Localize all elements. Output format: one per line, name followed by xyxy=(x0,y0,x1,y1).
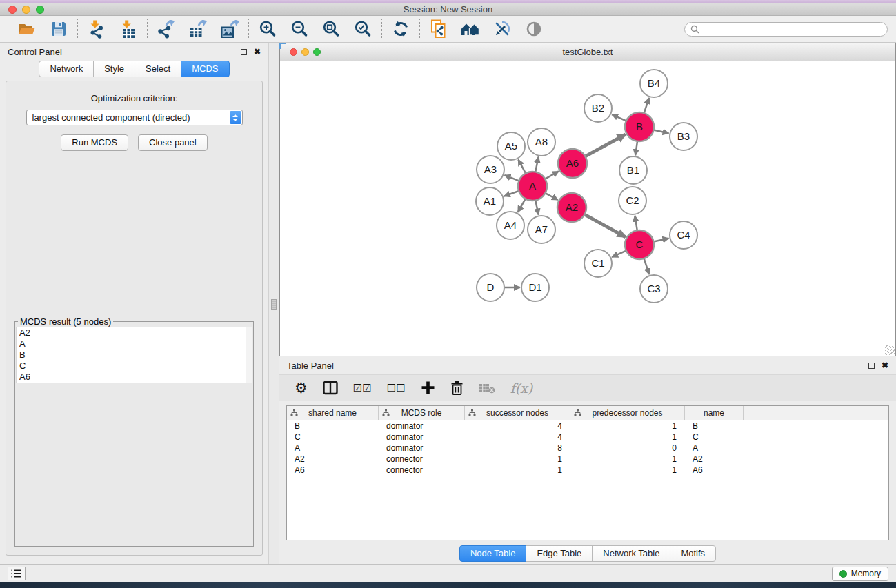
graph-node-C1[interactable]: C1 xyxy=(584,250,612,277)
delete-column-icon[interactable] xyxy=(450,378,464,398)
graph-node-C2[interactable]: C2 xyxy=(619,187,646,214)
graph-edge-B-B4[interactable] xyxy=(644,98,649,113)
network-minimize-button[interactable] xyxy=(301,48,309,56)
table-settings-gear-icon[interactable]: ⚙ xyxy=(295,378,308,398)
graph-node-B4[interactable]: B4 xyxy=(640,70,668,97)
column-header-shared-name[interactable]: shared name xyxy=(287,406,379,420)
search-box[interactable] xyxy=(684,22,888,37)
graph-node-C4[interactable]: C4 xyxy=(670,221,697,249)
export-network-icon[interactable] xyxy=(156,19,177,39)
table-row-b[interactable]: Bdominator41B xyxy=(287,420,888,432)
graph-edge-B-B2[interactable] xyxy=(612,114,626,121)
graph-node-B3[interactable]: B3 xyxy=(670,123,697,150)
table-cell[interactable]: C xyxy=(287,432,379,442)
graph-edge-B-B1[interactable] xyxy=(635,141,637,155)
run-mcds-button[interactable]: Run MCDS xyxy=(61,134,128,151)
graph-edge-A-A8[interactable] xyxy=(535,157,538,172)
table-tab-edge-table[interactable]: Edge Table xyxy=(526,545,593,562)
result-item-a2[interactable]: A2 xyxy=(17,327,252,338)
graph-node-A[interactable]: A xyxy=(518,172,547,201)
graph-node-A2[interactable]: A2 xyxy=(557,193,586,222)
search-input[interactable] xyxy=(703,23,882,34)
graph-node-A8[interactable]: A8 xyxy=(528,128,555,156)
network-window-titlebar[interactable]: testGlobe.txt xyxy=(280,43,895,61)
table-cell[interactable]: 4 xyxy=(465,421,570,431)
table-cell[interactable]: B xyxy=(287,421,379,431)
network-overview-icon[interactable] xyxy=(460,19,481,39)
table-cell[interactable]: 1 xyxy=(570,432,685,442)
zoom-window-button[interactable] xyxy=(36,6,44,14)
table-cell[interactable]: dominator xyxy=(379,443,465,453)
graph-edge-A-A6[interactable] xyxy=(545,171,559,179)
graph-node-A4[interactable]: A4 xyxy=(497,212,524,239)
table-cell[interactable]: connector xyxy=(379,465,465,475)
result-item-b[interactable]: B xyxy=(17,349,252,361)
select-all-columns-icon[interactable]: ☑☑ xyxy=(353,378,372,398)
table-row-a2[interactable]: A2connector11A2 xyxy=(287,454,888,465)
table-cell[interactable]: connector xyxy=(379,454,465,464)
table-cell[interactable]: A xyxy=(685,443,744,453)
graph-node-C3[interactable]: C3 xyxy=(640,275,668,303)
graph-edge-C-C2[interactable] xyxy=(635,216,637,231)
table-cell[interactable]: dominator xyxy=(379,421,465,431)
column-header-mcds-role[interactable]: MCDS role xyxy=(379,406,465,420)
table-cell[interactable]: A2 xyxy=(685,454,744,464)
criterion-select[interactable]: largest connected component (directed) xyxy=(26,110,243,125)
graph-edge-C-C3[interactable] xyxy=(644,258,650,274)
close-window-button[interactable] xyxy=(8,6,17,14)
table-cell[interactable]: A2 xyxy=(287,454,379,464)
column-header-name[interactable]: name xyxy=(685,406,744,420)
export-image-icon[interactable] xyxy=(219,19,240,39)
table-tab-motifs[interactable]: Motifs xyxy=(670,545,716,562)
column-header-predecessor-nodes[interactable]: predecessor nodes xyxy=(570,406,685,420)
zoom-out-icon[interactable] xyxy=(289,19,310,39)
table-cell[interactable]: 0 xyxy=(570,443,685,453)
table-row-a6[interactable]: A6connector11A6 xyxy=(287,465,888,476)
zoom-fit-icon[interactable] xyxy=(321,19,341,39)
refresh-layout-icon[interactable] xyxy=(390,19,411,39)
table-row-c[interactable]: Cdominator41C xyxy=(287,432,888,443)
close-panel-button[interactable]: Close panel xyxy=(138,134,208,151)
graph-node-C[interactable]: C xyxy=(625,230,654,259)
clone-network-icon[interactable] xyxy=(428,19,449,39)
table-cell[interactable]: 1 xyxy=(570,454,685,464)
result-item-c[interactable]: C xyxy=(17,361,252,372)
network-close-button[interactable] xyxy=(290,48,297,56)
graph-edge-A-A3[interactable] xyxy=(504,175,519,181)
graph-edge-C-C4[interactable] xyxy=(654,239,669,242)
save-session-icon[interactable] xyxy=(48,19,69,39)
graph-edge-A-A1[interactable] xyxy=(504,191,519,196)
table-cell[interactable]: 4 xyxy=(465,432,570,442)
table-row-a[interactable]: Adominator80A xyxy=(287,443,888,454)
table-cell[interactable]: A xyxy=(287,443,379,453)
import-network-icon[interactable] xyxy=(86,19,107,39)
graph-edge-B-B3[interactable] xyxy=(654,130,669,133)
graph-node-B[interactable]: B xyxy=(625,112,654,141)
column-header-successor-nodes[interactable]: successor nodes xyxy=(465,406,570,420)
result-item-a6[interactable]: A6 xyxy=(17,372,252,383)
table-cell[interactable]: B xyxy=(685,421,744,431)
close-panel-icon[interactable]: ✖ xyxy=(254,48,261,56)
table-tab-network-table[interactable]: Network Table xyxy=(592,545,670,562)
graph-node-B2[interactable]: B2 xyxy=(584,94,612,122)
graph-edge-A6-B[interactable] xyxy=(585,134,625,156)
zoom-selected-icon[interactable] xyxy=(352,19,373,39)
result-scrollbar[interactable] xyxy=(246,327,252,383)
graph-node-A1[interactable]: A1 xyxy=(476,187,504,215)
zoom-in-icon[interactable] xyxy=(257,19,278,39)
table-cell[interactable]: A6 xyxy=(685,465,744,475)
tab-mcds[interactable]: MCDS xyxy=(181,61,229,77)
graph-node-D[interactable]: D xyxy=(477,274,504,301)
table-cell[interactable]: A6 xyxy=(287,465,379,475)
minimize-window-button[interactable] xyxy=(22,6,30,14)
float-panel-icon[interactable] xyxy=(241,49,247,55)
graph-node-D1[interactable]: D1 xyxy=(521,274,549,301)
graph-edge-A-A5[interactable] xyxy=(518,159,526,173)
graph-edge-A-A7[interactable] xyxy=(535,201,538,215)
table-cell[interactable]: dominator xyxy=(379,432,465,442)
add-column-icon[interactable] xyxy=(421,378,435,398)
table-cell[interactable]: 1 xyxy=(465,465,570,475)
network-zoom-button[interactable] xyxy=(313,48,321,56)
table-tab-node-table[interactable]: Node Table xyxy=(459,545,527,562)
divider-grip[interactable] xyxy=(271,299,277,310)
